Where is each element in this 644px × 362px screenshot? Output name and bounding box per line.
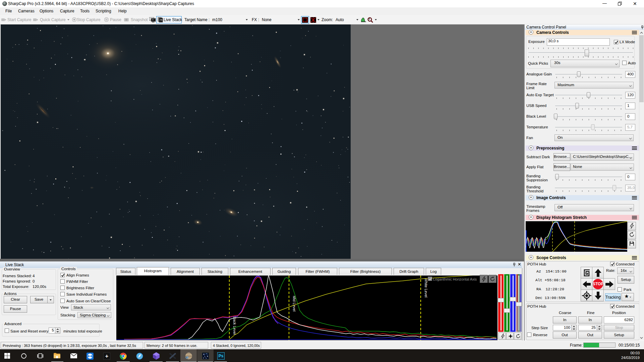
svg-text:Black Level: Black Level	[233, 316, 237, 335]
svg-text:White Level: White Level	[424, 278, 428, 297]
